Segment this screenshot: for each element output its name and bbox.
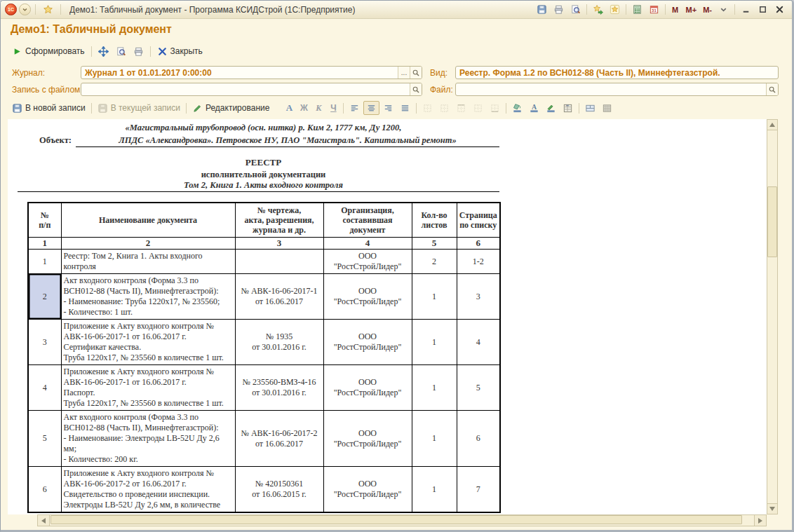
cell-page[interactable]: 1-2: [457, 250, 500, 274]
maximize-button[interactable]: [755, 3, 771, 17]
generate-button[interactable]: Сформировать: [9, 44, 88, 58]
cell-doc[interactable]: № 235560-ВМЗ-4-16 от 30.01.2016 г.: [235, 365, 323, 411]
cell-org[interactable]: ООО "РостСтройЛидер": [323, 365, 412, 411]
journal-ellipsis-button[interactable]: ...: [398, 67, 410, 79]
minimize-button[interactable]: [738, 3, 754, 17]
cell-sheets[interactable]: 1: [412, 467, 457, 513]
memory-subtract-button[interactable]: M-: [700, 3, 715, 17]
line-color-button[interactable]: [543, 101, 559, 115]
vertical-scroll-thumb[interactable]: [767, 186, 777, 257]
cell-sheets[interactable]: 1: [412, 411, 457, 467]
cell-sheets[interactable]: 1: [412, 320, 457, 365]
file-input[interactable]: [455, 83, 779, 96]
journal-search-icon[interactable]: [410, 67, 422, 79]
spreadsheet-document[interactable]: «Магистральный трубопровод (осн. нитка) …: [8, 119, 767, 514]
font-button[interactable]: А: [282, 101, 296, 115]
scroll-left-button[interactable]: [37, 514, 50, 526]
cell-name[interactable]: Приложение к Акту входного контроля № АВ…: [61, 365, 235, 411]
titlebar-add-favorite-button[interactable]: [590, 3, 606, 17]
cell-org[interactable]: ООО "РостСтройЛидер": [323, 411, 412, 467]
bold-button[interactable]: Ж: [297, 101, 311, 115]
record-search-icon[interactable]: [410, 83, 422, 95]
italic-button[interactable]: К: [311, 101, 325, 115]
cell-doc[interactable]: [235, 250, 323, 274]
cell-name[interactable]: Приложение к Акту входного контроля № АВ…: [61, 320, 235, 365]
cell-num[interactable]: 1: [28, 250, 61, 274]
view-input[interactable]: Реестр. Форма 1.2 по ВСН012-88 (Часть II…: [455, 66, 779, 79]
vertical-scrollbar[interactable]: [767, 119, 778, 514]
edit-mode-button[interactable]: Редактирование: [189, 101, 272, 115]
scroll-right-button[interactable]: [754, 514, 767, 526]
journal-input[interactable]: Журнал 1 от 01.01.2017 0:00:00 ...: [81, 66, 422, 79]
cell-name[interactable]: Приложение к Акту входного контроля № АВ…: [61, 467, 235, 513]
merge-cells-button[interactable]: [582, 101, 598, 115]
app-1c-icon[interactable]: 1С: [5, 4, 17, 15]
doc-object-label: Объект:: [39, 135, 76, 146]
border-box-icon: [422, 103, 433, 114]
titlebar-save-button[interactable]: [534, 3, 550, 17]
move-button[interactable]: [95, 44, 112, 58]
cell-name[interactable]: Акт входного контроля (Форма 3.3 по ВСН0…: [61, 411, 235, 467]
text-color-button[interactable]: A: [526, 101, 542, 115]
cell-doc[interactable]: № 420150361 от 16.06.2015 г.: [235, 467, 323, 513]
borders-top-button[interactable]: [453, 101, 469, 115]
cell-page[interactable]: 3: [457, 274, 500, 320]
cell-num[interactable]: 5: [28, 411, 61, 467]
cell-sheets[interactable]: 1: [412, 365, 457, 411]
align-center-button[interactable]: [363, 101, 379, 115]
titlebar-calculator-button[interactable]: [629, 3, 645, 17]
cell-sheets[interactable]: 1: [412, 274, 457, 320]
horizontal-scroll-thumb[interactable]: [51, 515, 742, 524]
scroll-down-button[interactable]: [767, 503, 778, 514]
titlebar-print-preview-button[interactable]: [567, 3, 584, 17]
show-grid-button[interactable]: [599, 101, 615, 115]
save-new-record-button[interactable]: В новой записи: [9, 101, 88, 115]
cell-num[interactable]: 3: [28, 320, 61, 365]
cell-sheets[interactable]: 2: [412, 250, 457, 274]
print-button[interactable]: [130, 44, 147, 58]
cell-org[interactable]: ООО "РостСтройЛидер": [323, 467, 412, 513]
horizontal-scrollbar[interactable]: [37, 514, 767, 526]
cell-num[interactable]: 4: [28, 365, 61, 411]
close-document-button[interactable]: Закрыть: [154, 44, 206, 58]
align-right-button[interactable]: [380, 101, 396, 115]
cell-page[interactable]: 6: [457, 411, 500, 467]
favorites-star-button[interactable]: [40, 3, 56, 17]
cell-name[interactable]: Реестр: Том 2, Книга 1. Акты входного ко…: [61, 250, 235, 274]
cell-doc[interactable]: № АВК-16-06-2017-2 от 16.06.2017: [235, 411, 323, 467]
cell-page[interactable]: 5: [457, 365, 500, 411]
borders-outline-button[interactable]: [436, 101, 452, 115]
titlebar-calendar-button[interactable]: 31: [646, 3, 662, 17]
cell-page[interactable]: 7: [457, 467, 500, 513]
close-window-button[interactable]: [772, 3, 788, 17]
titlebar-print-button[interactable]: [551, 3, 567, 17]
cell-num-selected[interactable]: 2: [28, 274, 61, 320]
cell-org[interactable]: ООО "РостСтройЛидер": [323, 320, 412, 365]
cell-doc[interactable]: № 1935 от 30.01.2016 г.: [235, 320, 323, 365]
cell-org[interactable]: ООО "РостСтройЛидер": [323, 274, 412, 320]
file-label: Файл:: [430, 85, 453, 95]
file-search-icon[interactable]: [766, 83, 778, 95]
cell-doc[interactable]: № АВК-16-06-2017-1 от 16.06.2017: [235, 274, 323, 320]
cell-format-button[interactable]: НН: [560, 101, 576, 115]
align-justify-button[interactable]: [397, 101, 413, 115]
record-input[interactable]: [81, 83, 422, 96]
titlebar-more-button[interactable]: [715, 3, 732, 17]
memory-recall-button[interactable]: M: [668, 3, 682, 17]
save-current-record-button[interactable]: В текущей записи: [95, 101, 183, 115]
cell-page[interactable]: 4: [457, 320, 500, 365]
borders-bottom-button[interactable]: [487, 101, 503, 115]
scroll-up-button[interactable]: [767, 119, 778, 130]
memory-add-button[interactable]: M+: [683, 3, 700, 17]
main-menu-button[interactable]: [19, 4, 31, 15]
borders-none-button[interactable]: [419, 101, 436, 115]
preview-button[interactable]: [113, 44, 129, 58]
titlebar-favorites-button[interactable]: [607, 3, 623, 17]
cell-name[interactable]: Акт входного контроля (Форма 3.3 по ВСН0…: [61, 274, 235, 320]
fill-color-button[interactable]: [509, 101, 525, 115]
align-left-button[interactable]: [346, 101, 363, 115]
cell-org[interactable]: ООО "РостСтройЛидер": [323, 250, 412, 274]
underline-button[interactable]: Ч: [326, 101, 340, 115]
borders-inner-button[interactable]: [470, 101, 486, 115]
cell-num[interactable]: 6: [28, 467, 61, 513]
